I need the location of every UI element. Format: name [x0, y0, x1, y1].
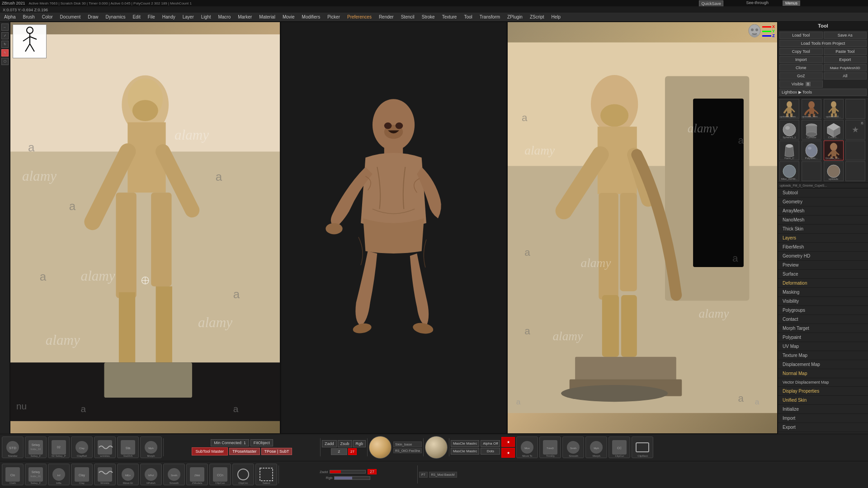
brush-smooth1[interactable]: Smth Smooth: [562, 436, 584, 458]
menu-initialize[interactable]: Initialize: [778, 405, 868, 414]
all-button[interactable]: All: [824, 72, 867, 80]
brush-clipcur[interactable]: CC ClipCur: [609, 436, 630, 458]
menu-brush[interactable]: Brush: [22, 14, 36, 20]
menu-zplugin[interactable]: ZPlugin: [506, 14, 524, 20]
menu-tool[interactable]: Tool: [462, 14, 473, 20]
menu-thick-skin[interactable]: Thick Skin: [778, 225, 868, 234]
menu-surface[interactable]: Surface: [778, 270, 868, 279]
menu-stencil[interactable]: Stencil: [400, 14, 416, 20]
menu-picker[interactable]: Picker: [326, 14, 341, 20]
menu-layers[interactable]: Layers: [778, 234, 868, 243]
mascle-button[interactable]: MasCle Mastrc: [451, 440, 479, 447]
load-tools-from-project-button[interactable]: Load Tools From Project: [779, 40, 867, 47]
brush-claybull[interactable]: Clay ClayBull: [71, 436, 93, 458]
menu-morph-target[interactable]: Morph Target: [778, 324, 868, 333]
menu-macro[interactable]: Macro: [217, 14, 232, 20]
menu-polypaint[interactable]: Polypaint: [778, 333, 868, 342]
menu-preferences[interactable]: Preferences: [346, 14, 373, 20]
fit-object-button[interactable]: FitObject: [250, 439, 273, 446]
menu-layer[interactable]: Layer: [181, 14, 195, 20]
menu-dynamics[interactable]: Dynamics: [104, 14, 127, 20]
tool-icon-person1[interactable]: uploads_files_10: [779, 99, 799, 119]
menu-masking[interactable]: Masking: [778, 288, 868, 297]
skin-base-button[interactable]: Skin_base: [393, 441, 422, 447]
tool-icon-gnome[interactable]: Gnome_Cu...: [824, 141, 844, 160]
pose-indicator[interactable]: [13, 24, 47, 58]
skull-preview[interactable]: [425, 436, 448, 459]
menu-help[interactable]: Help: [550, 14, 562, 20]
menu-zscript[interactable]: ZScript: [528, 14, 546, 20]
menu-texture[interactable]: Texture: [441, 14, 458, 20]
menu-document[interactable]: Document: [59, 14, 82, 20]
tpose-subt-button[interactable]: TPose | SubT: [261, 448, 292, 455]
copy-tool-button[interactable]: Copy Tool: [779, 48, 823, 55]
menu-nanomesh[interactable]: NanoMesh: [778, 216, 868, 225]
zadd-slider[interactable]: [330, 470, 366, 474]
brush-selwy-p[interactable]: 02 02 Selwy_P: [48, 436, 70, 458]
rs-mod-button[interactable]: RS_Mod BasicM: [429, 472, 457, 478]
tool-icon-cylinder[interactable]: Cylinder: [802, 120, 821, 140]
mascle-button2[interactable]: MasCle Mastrc: [451, 448, 479, 455]
menu-material[interactable]: Material: [258, 14, 277, 20]
p7-button[interactable]: P7: [419, 472, 428, 478]
menu-light[interactable]: Light: [200, 14, 212, 20]
menu-preview[interactable]: Preview: [778, 261, 868, 270]
visible-button[interactable]: Visible 8: [779, 80, 823, 88]
menu-import[interactable]: Import: [778, 414, 868, 423]
menu-alpha[interactable]: Alpha: [3, 14, 17, 20]
tool-icon-empty5[interactable]: [845, 161, 865, 181]
tool-icon-empty2[interactable]: ★ 6: [845, 120, 865, 140]
alpha-off-button[interactable]: Alpha Off: [481, 440, 500, 447]
brush-move-ei[interactable]: MEv Move Et: [117, 464, 139, 485]
brush-zmodel[interactable]: ZMd ZModels: [186, 464, 208, 485]
rgb-slider[interactable]: [334, 476, 370, 480]
brush-infla[interactable]: Inf Infla: [48, 464, 70, 485]
menu-file[interactable]: File: [146, 14, 156, 20]
brush-stashs[interactable]: Sta StaShS: [117, 436, 139, 458]
viewport-left[interactable]: alamy alamy alamy alamy alamy a a a a a …: [10, 22, 281, 434]
paste-tool-button[interactable]: Paste Tool: [824, 48, 867, 55]
rgb-button[interactable]: Rgb: [353, 440, 366, 447]
menu-export[interactable]: Export: [778, 423, 868, 432]
brush-trimdy[interactable]: TrimD TrimDy: [539, 436, 561, 458]
brush-wrinkles[interactable]: wrinkles: [94, 436, 116, 458]
brush-selectla[interactable]: Select: [255, 464, 277, 485]
menu-transform[interactable]: Transform: [478, 14, 501, 20]
tool-icon-empty3[interactable]: [845, 141, 865, 160]
head-model-icon[interactable]: [748, 24, 761, 40]
load-tool-button[interactable]: Load Tool: [779, 32, 823, 39]
menu-uv-map[interactable]: UV Map: [778, 342, 868, 351]
viewport-middle[interactable]: [281, 22, 507, 434]
rs-oil-button[interactable]: RS_OilCi FasSha: [393, 448, 422, 453]
material-sphere[interactable]: [369, 436, 392, 459]
menu-unified-skin[interactable]: Unified Skin: [778, 396, 868, 405]
tool-icon-person2[interactable]: uploads_B...: [824, 99, 844, 119]
brush-clay[interactable]: Clay Clay: [71, 464, 93, 485]
menu-vector-displacement-map[interactable]: Vector Displacement Map: [778, 378, 868, 387]
brush-hpolish[interactable]: hPol hPolish: [140, 464, 162, 485]
tool-icon-empty4[interactable]: [802, 161, 821, 181]
save-as-button[interactable]: Save As: [824, 32, 867, 39]
menu-handy[interactable]: Handy: [161, 14, 177, 20]
brush-smooth2[interactable]: Smth Smooth: [163, 464, 185, 485]
brush-clipcirc[interactable]: ClipCirc: [232, 464, 254, 485]
clone-button[interactable]: Clone: [779, 64, 823, 71]
menu-contact[interactable]: Contact: [778, 315, 868, 324]
make-polymesh-button[interactable]: Make PolyMesh3D: [824, 64, 867, 71]
brush-clipcun[interactable]: CCn ClipCun: [209, 464, 231, 485]
menu-movie[interactable]: Movie: [281, 14, 296, 20]
menu-subtool[interactable]: Subtool: [778, 188, 868, 197]
brush-cloth[interactable]: Clo Cloth: [2, 464, 24, 485]
menu-draw[interactable]: Draw: [86, 14, 99, 20]
brush-morph2[interactable]: Mph Morph: [585, 436, 607, 458]
menu-stroke[interactable]: Stroke: [420, 14, 436, 20]
select-tool-icon[interactable]: ⬡: [1, 58, 9, 65]
tool-icon-polymesh[interactable]: PolyMes...: [802, 141, 821, 160]
tool-icon-creature[interactable]: uploads_files_S...: [802, 99, 821, 119]
export-button[interactable]: Export: [824, 56, 867, 63]
tool-icon-empty1[interactable]: [845, 99, 865, 119]
zsub-button[interactable]: Zsub: [338, 440, 352, 447]
menu-geometry-hd[interactable]: Geometry HD: [778, 252, 868, 261]
menu-texture-map[interactable]: Texture Map: [778, 351, 868, 360]
tool-icon-form[interactable]: Farm_C: [779, 141, 799, 160]
